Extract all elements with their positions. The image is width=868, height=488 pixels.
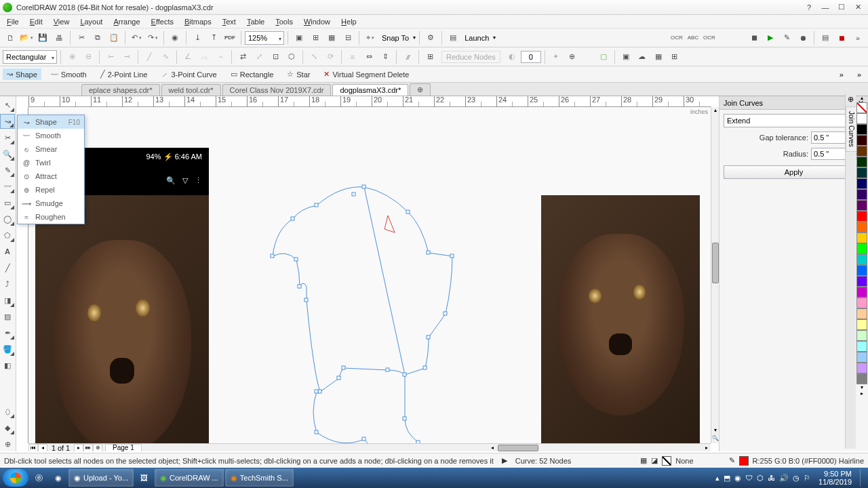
color-swatch[interactable] — [856, 363, 867, 373]
hscroll-thumb[interactable] — [498, 445, 538, 451]
no-fill-swatch[interactable] — [856, 102, 867, 113]
taskbar-ie-icon[interactable]: ⓔ — [30, 469, 48, 487]
page-prev-icon[interactable]: ◂ — [38, 444, 47, 452]
extend-icon[interactable]: ⤢ — [252, 49, 267, 64]
macro-mgr-icon[interactable]: ▤ — [818, 30, 833, 45]
to-line-icon[interactable]: ╱ — [142, 49, 157, 64]
to-curve-icon[interactable]: ∿ — [158, 49, 173, 64]
extract-icon[interactable]: ⊡ — [268, 49, 283, 64]
text-tool-icon[interactable]: A — [0, 244, 15, 259]
trace-icon[interactable]: OCR — [702, 30, 717, 45]
menu-view[interactable]: View — [48, 15, 75, 28]
menu-file[interactable]: File — [1, 15, 24, 28]
shape-2-point-line[interactable]: ╱2-Point Line — [96, 68, 152, 80]
color-swatch[interactable] — [856, 287, 867, 298]
menu-help[interactable]: Help — [336, 15, 362, 28]
reflect-h-icon[interactable]: ⇔ — [361, 49, 376, 64]
join-nodes-icon[interactable]: ⤚ — [103, 49, 118, 64]
macro-stop2-icon[interactable]: ⏹ — [834, 30, 849, 45]
fullscreen-icon[interactable]: ▣ — [292, 30, 307, 45]
px-icon[interactable]: ▣ — [618, 49, 633, 64]
guides-icon[interactable]: ⊟ — [340, 30, 355, 45]
cut-icon[interactable]: ✂ — [74, 30, 89, 45]
menu-layout[interactable]: Layout — [75, 15, 108, 28]
macro-play-icon[interactable]: ▶ — [763, 30, 778, 45]
rectangle-tool-icon[interactable]: ▭ — [0, 195, 15, 210]
color-swatch[interactable] — [856, 124, 867, 135]
shape-star[interactable]: ☆Star — [283, 68, 314, 80]
redo-icon[interactable]: ↷ — [145, 30, 160, 45]
color-swatch[interactable] — [856, 276, 867, 287]
tray-icon[interactable]: ⬡ — [757, 474, 764, 483]
join-mode-dropdown[interactable]: Extend — [724, 114, 864, 127]
taskbar-clock[interactable]: 9:50 PM11/8/2019 — [814, 470, 856, 486]
outline-pen-icon[interactable]: ✎ — [729, 456, 735, 465]
flyout-shape[interactable]: ↝ShapeF10 — [18, 115, 84, 129]
color-swatch[interactable] — [856, 135, 867, 146]
close-curve-icon[interactable]: ⬡ — [284, 49, 299, 64]
shape-virtual-segment-delete[interactable]: ✕Virtual Segment Delete — [319, 68, 413, 80]
color-swatch[interactable] — [856, 113, 867, 124]
color-swatch[interactable] — [856, 308, 867, 319]
page-next-icon[interactable]: ▸ — [74, 444, 83, 452]
macro-stop-icon[interactable]: ◼ — [747, 30, 762, 45]
crop-tool-icon[interactable]: ✂ — [0, 130, 15, 145]
shapebar-overflow-icon[interactable]: » — [835, 70, 848, 79]
color-swatch[interactable] — [856, 232, 867, 243]
search-icon[interactable]: ◉ — [167, 30, 182, 45]
color-swatch[interactable] — [856, 373, 867, 384]
outline-tool-icon[interactable]: ⬯ — [0, 404, 15, 419]
menu-window[interactable]: Window — [298, 15, 336, 28]
flyout-smudge[interactable]: ⟿Smudge — [18, 197, 84, 210]
menu-tools[interactable]: Tools — [270, 15, 298, 28]
rulers-icon[interactable]: ⊞ — [308, 30, 323, 45]
menu-text[interactable]: Text — [217, 15, 241, 28]
snap-dropdown-icon[interactable]: ⌖ — [363, 30, 378, 45]
break-nodes-icon[interactable]: ⤙ — [119, 49, 134, 64]
abc-icon[interactable]: ABC — [686, 30, 701, 45]
import-icon[interactable]: ⤓ — [190, 30, 205, 45]
open-icon[interactable]: 📂 — [19, 30, 34, 45]
color-swatch[interactable] — [856, 157, 867, 167]
color-swatch[interactable] — [856, 211, 867, 222]
snap-label[interactable]: Snap To — [379, 34, 412, 42]
flyout-roughen[interactable]: ≈Roughen — [18, 210, 84, 224]
shape-shape[interactable]: ↝Shape — [3, 68, 41, 80]
taskbar-upload[interactable]: ◉Upload - Yo... — [68, 469, 134, 487]
selection-mode-dropdown[interactable]: Rectangular — [3, 50, 57, 64]
flyout-attract[interactable]: ⊙Attract — [18, 169, 84, 183]
del-node-icon[interactable]: ⊖ — [81, 49, 96, 64]
status-play-icon[interactable]: ▶ — [502, 456, 507, 465]
undo-icon[interactable]: ↶ — [129, 30, 144, 45]
eyedropper-tool-icon[interactable]: ✒ — [0, 325, 15, 340]
menu-arrange[interactable]: Arrange — [108, 15, 145, 28]
palette-down-icon[interactable]: ▾ — [856, 384, 868, 390]
color-swatch[interactable] — [856, 298, 867, 308]
start-button[interactable] — [3, 469, 28, 487]
taskbar-coreldraw[interactable]: ◉CorelDRAW ... — [155, 469, 224, 487]
shapebar-overflow2-icon[interactable]: » — [853, 70, 865, 79]
system-tray[interactable]: ▴ ⬒ ◉ 🛡 ⬡ 🖧 🔊 ◷ ⚐ 9:50 PM11/8/2019 — [715, 469, 865, 487]
launch-label[interactable]: Launch — [462, 34, 492, 42]
connector-tool-icon[interactable]: ⤴ — [0, 277, 15, 291]
smart-fill-tool-icon[interactable]: ◧ — [0, 358, 15, 373]
doc-tab[interactable]: eplace shapes.cdr* — [81, 84, 160, 96]
reflect-v-icon[interactable]: ⇕ — [378, 49, 393, 64]
color-swatch[interactable] — [856, 243, 867, 254]
grid2-icon[interactable]: ▦ — [651, 49, 666, 64]
select-all-icon[interactable]: ⊞ — [422, 49, 437, 64]
parallel-tool-icon[interactable]: ╱ — [0, 260, 15, 275]
menu-effects[interactable]: Effects — [146, 15, 179, 28]
new-tab-button[interactable]: ⊕ — [410, 83, 431, 96]
reduce-nodes-button[interactable]: Reduce Nodes — [441, 51, 500, 63]
elastic-icon[interactable]: ⫽ — [400, 49, 415, 64]
shape-rectangle[interactable]: ▭Rectangle — [226, 68, 278, 80]
expand-icon[interactable]: ✦ — [549, 49, 564, 64]
color-swatch[interactable] — [856, 167, 867, 178]
add-node-icon[interactable]: ⊕ — [64, 49, 79, 64]
taskbar-photo-icon[interactable]: 🖼 — [135, 469, 153, 487]
page-tab[interactable]: Page 1 — [105, 444, 142, 452]
help-button[interactable]: ? — [802, 2, 816, 13]
fill-tool-icon[interactable]: 🪣 — [0, 342, 15, 357]
doc-tab[interactable]: dogplasmaX3.cdr* — [332, 84, 408, 96]
